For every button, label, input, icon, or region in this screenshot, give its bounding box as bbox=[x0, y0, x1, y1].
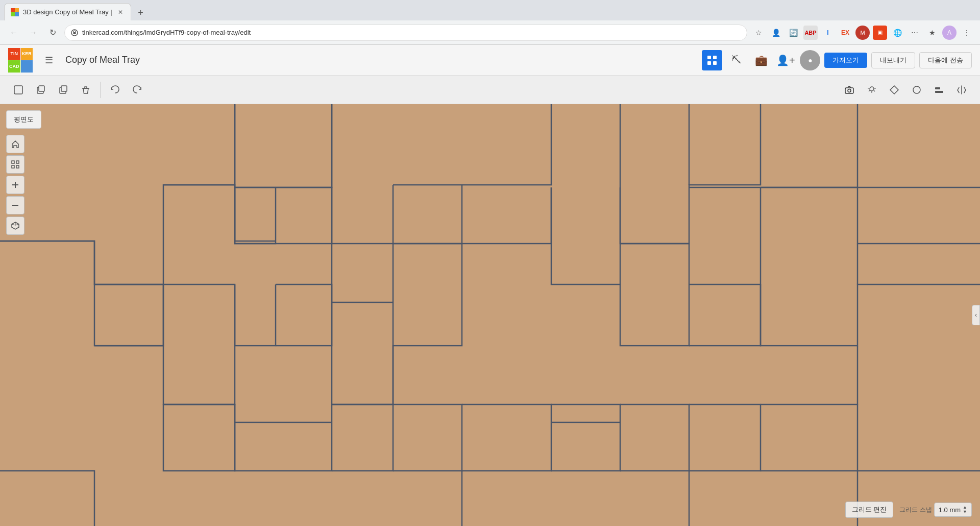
logo-ker: KER bbox=[21, 48, 33, 60]
new-tab-button[interactable]: + bbox=[133, 5, 149, 20]
user-avatar[interactable]: ● bbox=[800, 50, 820, 70]
export-button[interactable]: 내보내기 bbox=[871, 52, 915, 68]
camera-tool-button[interactable] bbox=[839, 80, 860, 100]
browser-ext8[interactable]: ★ bbox=[925, 26, 939, 40]
svg-point-16 bbox=[848, 89, 851, 92]
redo-button[interactable] bbox=[127, 80, 148, 100]
copy-icon bbox=[35, 84, 46, 95]
send-button[interactable]: 다음에 전송 bbox=[919, 52, 972, 68]
grid-edit-button[interactable]: 그리드 편진 bbox=[845, 501, 894, 518]
tab-close-button[interactable]: ✕ bbox=[116, 8, 125, 16]
svg-rect-8 bbox=[707, 61, 711, 65]
app-header: TIN KER CAD ☰ Copy of Meal Tray ⛏ 💼 👤+ ●… bbox=[0, 45, 980, 76]
browser-toolbar-icons: ☆ 👤 🔄 ABP I EX M ▣ 🌐 ⋯ ★ A ⋮ bbox=[751, 26, 974, 40]
delete-tool-button[interactable] bbox=[76, 80, 96, 100]
browser-ext3[interactable]: I bbox=[821, 26, 835, 40]
paste-icon bbox=[58, 84, 69, 95]
fit-icon bbox=[11, 160, 20, 169]
snap-decrease-arrow[interactable]: ▼ bbox=[963, 510, 967, 514]
shape-tool-button[interactable] bbox=[884, 80, 904, 100]
active-tab[interactable]: 3D design Copy of Meal Tray | ✕ bbox=[4, 3, 131, 20]
browser-ext7[interactable]: 🌐 bbox=[890, 26, 904, 40]
browser-ext4[interactable]: EX bbox=[838, 26, 852, 40]
right-panel-toggle[interactable]: ‹ bbox=[972, 305, 980, 325]
svg-rect-22 bbox=[235, 187, 332, 244]
import-button[interactable]: 가져오기 bbox=[824, 53, 867, 68]
tab-bar: 3D design Copy of Meal Tray | ✕ + bbox=[0, 0, 980, 20]
browser-more[interactable]: ⋯ bbox=[908, 26, 922, 40]
select-icon bbox=[13, 84, 24, 95]
grid-icon bbox=[707, 55, 717, 65]
svg-rect-1 bbox=[15, 8, 19, 12]
tray-pattern-svg bbox=[0, 104, 980, 526]
url-text: tinkercad.com/things/lmdGrydHTf9-copy-of… bbox=[82, 29, 741, 36]
undo-button[interactable] bbox=[105, 80, 125, 100]
view-mode-button[interactable]: 평면도 bbox=[6, 110, 41, 129]
add-person-icon-button[interactable]: 👤+ bbox=[775, 50, 796, 70]
hamburger-menu-icon[interactable]: ☰ bbox=[41, 52, 57, 68]
home-view-button[interactable] bbox=[6, 135, 24, 153]
tinkercad-logo[interactable]: TIN KER CAD bbox=[8, 48, 33, 73]
circle-tool-button[interactable] bbox=[906, 80, 927, 100]
3d-cube-button[interactable] bbox=[6, 217, 24, 235]
copy-tool-button[interactable] bbox=[31, 80, 51, 100]
undo-icon bbox=[109, 84, 120, 95]
svg-rect-3 bbox=[15, 12, 19, 16]
redo-icon bbox=[132, 84, 143, 95]
camera-icon bbox=[844, 84, 855, 95]
browser-ext5[interactable]: M bbox=[855, 26, 870, 40]
user-profile-button[interactable]: A bbox=[942, 26, 957, 40]
browser-menu[interactable]: ⋮ bbox=[960, 26, 974, 40]
project-title[interactable]: Copy of Meal Tray bbox=[65, 55, 694, 65]
logo-br bbox=[21, 60, 33, 73]
toolbar-separator-1 bbox=[100, 82, 101, 98]
left-panel-controls: 평면도 bbox=[6, 110, 41, 235]
zoom-in-button[interactable] bbox=[6, 176, 24, 194]
forward-button[interactable]: → bbox=[26, 25, 41, 40]
main-workspace: 평면도 bbox=[0, 104, 980, 526]
address-bar[interactable]: tinkercad.com/things/lmdGrydHTf9-copy-of… bbox=[64, 25, 747, 41]
zoom-in-icon bbox=[11, 180, 20, 189]
home-icon bbox=[11, 139, 20, 149]
select-tool-button[interactable] bbox=[8, 80, 29, 100]
address-bar-row: ← → ↻ tinkercad.com/things/lmdGrydHTf9-c… bbox=[0, 20, 980, 45]
svg-rect-12 bbox=[39, 86, 44, 91]
align-tool-button[interactable] bbox=[929, 80, 949, 100]
zoom-out-icon bbox=[11, 201, 20, 210]
browser-ext6[interactable]: ▣ bbox=[873, 26, 887, 40]
browser-ext1[interactable]: 🔄 bbox=[786, 26, 800, 40]
svg-rect-14 bbox=[61, 86, 67, 91]
grid-snap-value-control[interactable]: 1.0 mm ▲ ▼ bbox=[934, 503, 972, 517]
svg-rect-28 bbox=[16, 161, 19, 163]
svg-rect-0 bbox=[11, 8, 15, 12]
fit-view-button[interactable] bbox=[6, 155, 24, 174]
light-tool-button[interactable] bbox=[862, 80, 882, 100]
pickaxe-icon-button[interactable]: ⛏ bbox=[726, 50, 747, 70]
light-icon bbox=[866, 84, 877, 95]
profile-icon[interactable]: 👤 bbox=[769, 26, 783, 40]
snap-value-display: 1.0 mm bbox=[939, 506, 961, 514]
browser-ext2[interactable]: ABP bbox=[803, 26, 818, 40]
svg-rect-15 bbox=[845, 88, 853, 93]
canvas-area[interactable]: 평면도 bbox=[0, 104, 980, 526]
svg-rect-20 bbox=[935, 87, 940, 89]
logo-cad: CAD bbox=[8, 60, 20, 73]
snap-arrows-group: ▲ ▼ bbox=[963, 505, 967, 514]
lock-icon bbox=[71, 29, 78, 36]
bookmark-icon[interactable]: ☆ bbox=[751, 26, 766, 40]
svg-rect-10 bbox=[14, 86, 22, 94]
tab-label: 3D design Copy of Meal Tray | bbox=[23, 8, 112, 16]
back-button[interactable]: ← bbox=[6, 25, 21, 40]
mirror-tool-button[interactable] bbox=[951, 80, 972, 100]
svg-rect-30 bbox=[16, 165, 19, 168]
zoom-out-button[interactable] bbox=[6, 196, 24, 214]
svg-point-19 bbox=[913, 86, 920, 93]
suitcase-icon-button[interactable]: 💼 bbox=[751, 50, 771, 70]
grid-snap-container: 그리드 스냅 1.0 mm ▲ ▼ bbox=[899, 503, 972, 517]
grid-view-button[interactable] bbox=[702, 50, 722, 70]
refresh-button[interactable]: ↻ bbox=[45, 25, 60, 40]
paste-tool-button[interactable] bbox=[53, 80, 74, 100]
bottom-right-controls: 그리드 편진 그리드 스냅 1.0 mm ▲ ▼ bbox=[845, 501, 972, 518]
svg-marker-18 bbox=[890, 86, 898, 94]
logo-tin: TIN bbox=[8, 48, 20, 60]
